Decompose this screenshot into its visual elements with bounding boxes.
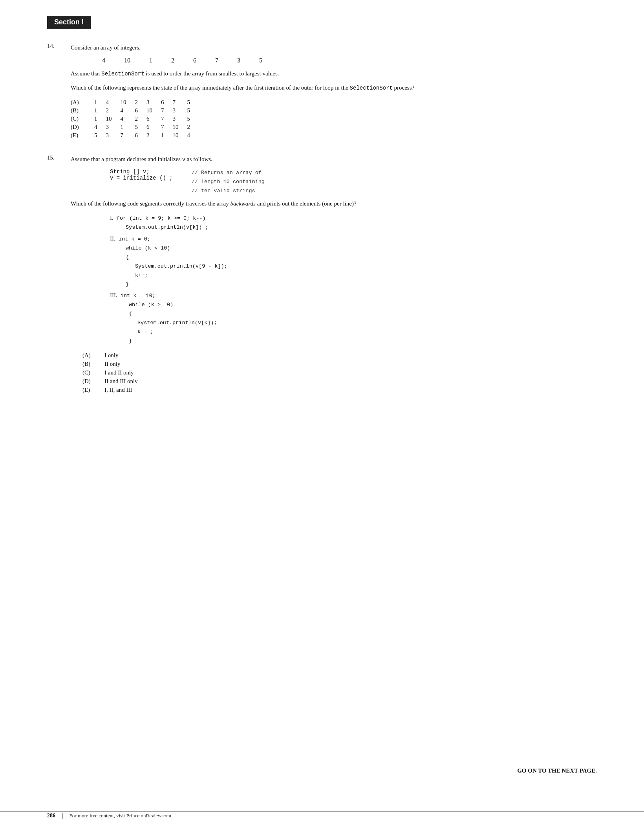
seg-II-label: II. <box>110 235 115 242</box>
q15-opt-A-label: (A) <box>82 352 97 359</box>
q15-row: 15. Assume that a program declares and i… <box>47 154 597 395</box>
q14-opt-B-v4: 10 <box>146 106 161 115</box>
q14-opt-A-v0: 1 <box>94 98 106 106</box>
q15-opt-B-label: (B) <box>82 361 97 367</box>
seg-III-open: { <box>110 310 597 319</box>
seg-III-close: } <box>110 337 597 346</box>
seg-I-body: System.out.println(v[k]) ; <box>110 223 597 232</box>
seg-III-while: while (k >= 0) <box>110 301 597 310</box>
arr-6: 3 <box>237 57 240 64</box>
q14-option-D: (D) 4 3 1 5 6 7 10 2 <box>71 123 199 131</box>
q14-options: (A) 1 4 10 2 3 6 7 5 (B) 1 <box>71 98 199 140</box>
q14-option-E: (E) 5 3 7 6 2 1 10 4 <box>71 131 199 140</box>
q14-opt-B-v6: 3 <box>173 106 187 115</box>
q14-opt-E-v1: 3 <box>106 131 121 140</box>
footer-separator: | <box>62 811 63 820</box>
q14-opt-D-v5: 7 <box>161 123 173 131</box>
q14-opt-E-v5: 1 <box>161 131 173 140</box>
q14-opt-C-v2: 4 <box>121 115 135 123</box>
seg-II-inc: k++; <box>110 271 597 280</box>
q14-opt-A-v3: 2 <box>135 98 147 106</box>
q14-body: Consider an array of integers. 4 10 1 2 … <box>71 43 597 140</box>
q14-assume: Assume that SelectionSort is used to ord… <box>71 69 597 78</box>
arr-7: 5 <box>259 57 262 64</box>
q15-decl-line1: String [] v; <box>110 169 173 175</box>
q14-text: Consider an array of integers. <box>71 43 597 52</box>
q15-opt-C-text: I and II only <box>104 369 134 376</box>
q14-opt-C-v7: 5 <box>187 115 199 123</box>
q15-code-comments: // Returns an array of // length 10 cont… <box>192 169 265 196</box>
q15-opt-D-text: II and III only <box>104 378 138 385</box>
q15-segment-II: II. int k = 0; while (k < 10) { System.o… <box>110 234 597 289</box>
question-14: 14. Consider an array of integers. 4 10 … <box>47 43 597 140</box>
q14-option-A: (A) 1 4 10 2 3 6 7 5 <box>71 98 199 106</box>
q15-number: 15. <box>47 154 71 161</box>
arr-3: 2 <box>171 57 174 64</box>
seg-III-label: III. <box>110 292 117 298</box>
q14-opt-B-v0: 1 <box>94 106 106 115</box>
q15-comment1: // Returns an array of <box>192 169 265 178</box>
q14-opt-D-v6: 10 <box>173 123 187 131</box>
q15-segment-III: III. int k = 10; while (k >= 0) { System… <box>110 290 597 346</box>
q15-body: Assume that a program declares and initi… <box>71 154 597 395</box>
footer-link[interactable]: PrincetonReview.com <box>126 813 171 819</box>
q14-number: 14. <box>47 43 71 50</box>
q14-opt-B-v5: 7 <box>161 106 173 115</box>
question-15: 15. Assume that a program declares and i… <box>47 154 597 395</box>
q15-opt-D-label: (D) <box>82 378 97 385</box>
q15-opt-B-text: II only <box>104 361 120 367</box>
q15-opt-A-text: I only <box>104 352 118 359</box>
section-badge: Section I <box>47 16 91 29</box>
q14-opt-A-label: (A) <box>71 98 94 106</box>
footer-page-number: 286 <box>47 813 55 819</box>
seg-III-dec: k-- ; <box>110 328 597 337</box>
seg-III-print: System.out.println(v[k]); <box>110 319 597 328</box>
seg-II-open: { <box>110 253 597 262</box>
q15-comment2: // length 10 containing <box>192 178 265 187</box>
q14-opt-B-v2: 4 <box>121 106 135 115</box>
q14-opt-E-v2: 7 <box>121 131 135 140</box>
arr-2: 1 <box>149 57 152 64</box>
q15-backwards: backwards <box>231 200 256 207</box>
q14-opt-E-v7: 4 <box>187 131 199 140</box>
arr-4: 6 <box>193 57 196 64</box>
footer-text: For more free content, visit PrincetonRe… <box>70 813 171 819</box>
seg-II-close: } <box>110 280 597 289</box>
q14-opt-C-v0: 1 <box>94 115 106 123</box>
q14-opt-A-v6: 7 <box>173 98 187 106</box>
q15-opt-C-label: (C) <box>82 369 97 376</box>
q14-which: Which of the following represents the st… <box>71 83 597 92</box>
q15-opt-E-label: (E) <box>82 387 97 393</box>
q14-opt-A-v7: 5 <box>187 98 199 106</box>
q15-code-left: String [] v; v = initialize () ; <box>110 169 173 196</box>
q15-opt-D: (D) II and III only <box>82 378 597 385</box>
q15-segment-I: I. for (int k = 9; k >= 0; k--) System.o… <box>110 213 597 232</box>
arr-0: 4 <box>102 57 105 64</box>
q14-opt-B-v7: 5 <box>187 106 199 115</box>
q14-row: 14. Consider an array of integers. 4 10 … <box>47 43 597 140</box>
q15-opt-B: (B) II only <box>82 361 597 367</box>
seg-II-while: while (k < 10) <box>110 244 597 253</box>
q14-opt-D-v1: 3 <box>106 123 121 131</box>
q15-opt-E: (E) I, II, and III <box>82 387 597 393</box>
go-next: GO ON TO THE NEXT PAGE. <box>517 767 597 774</box>
q14-opt-E-v0: 5 <box>94 131 106 140</box>
footer: 286 | For more free content, visit Princ… <box>0 811 644 820</box>
seg-I-label: I. <box>110 215 113 221</box>
arr-1: 10 <box>124 57 130 64</box>
q14-which-code: SelectionSort <box>350 85 393 91</box>
q15-opt-A: (A) I only <box>82 352 597 359</box>
page: Section I 14. Consider an array of integ… <box>0 0 644 837</box>
q14-opt-A-v5: 6 <box>161 98 173 106</box>
q15-intro: Assume that a program declares and initi… <box>71 154 597 164</box>
q15-code-block: String [] v; v = initialize () ; // Retu… <box>110 169 597 196</box>
q14-opt-A-v2: 10 <box>121 98 135 106</box>
q14-opt-E-label: (E) <box>71 131 94 140</box>
q14-opt-C-v1: 10 <box>106 115 121 123</box>
q15-decl-line2: v = initialize () ; <box>110 175 173 181</box>
q15-options: (A) I only (B) II only (C) I and II only… <box>82 352 597 393</box>
q14-option-C: (C) 1 10 4 2 6 7 3 5 <box>71 115 199 123</box>
q14-opt-E-v6: 10 <box>173 131 187 140</box>
q15-which-text: Which of the following code segments cor… <box>71 199 597 208</box>
q14-option-B: (B) 1 2 4 6 10 7 3 5 <box>71 106 199 115</box>
